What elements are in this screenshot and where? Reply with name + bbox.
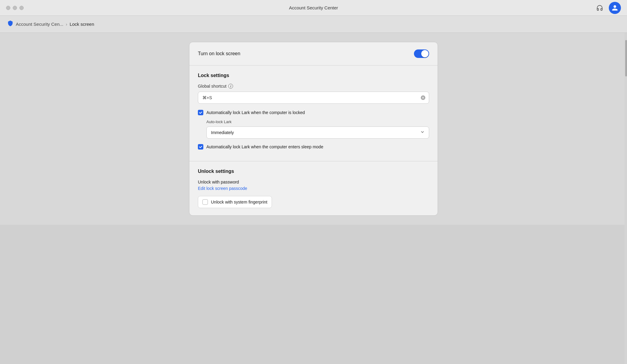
- title-bar: Account Security Center: [0, 0, 627, 16]
- auto-lock-sleep-label: Automatically lock Lark when the compute…: [206, 144, 323, 149]
- shortcut-input-wrap: [198, 92, 429, 104]
- avatar-icon: [612, 5, 618, 11]
- breadcrumb-bar: Account Security Cen... › Lock screen: [0, 16, 627, 33]
- global-shortcut-label: Global shortcut: [198, 84, 226, 89]
- toggle-knob: [421, 50, 429, 57]
- settings-panel: Turn on lock screen Lock settings Global…: [189, 42, 438, 216]
- global-shortcut-label-row: Global shortcut i: [198, 84, 429, 89]
- checkmark-sleep-icon: [199, 145, 202, 149]
- autolock-dropdown[interactable]: Immediately 1 minute 5 minutes 10 minute…: [206, 126, 429, 139]
- lock-settings-title: Lock settings: [198, 73, 429, 78]
- edit-passcode-link[interactable]: Edit lock screen passcode: [198, 186, 247, 191]
- fingerprint-checkbox[interactable]: [202, 199, 208, 205]
- breadcrumb-separator: ›: [66, 22, 67, 27]
- auto-lock-computer-checkbox[interactable]: [198, 110, 203, 115]
- avatar-button[interactable]: [609, 2, 621, 14]
- unlock-settings-section: Unlock settings Unlock with password Edi…: [189, 161, 438, 215]
- auto-lock-sleep-row: Automatically lock Lark when the compute…: [198, 144, 429, 150]
- fingerprint-row: Unlock with system fingerprint: [198, 196, 272, 208]
- clear-shortcut-button[interactable]: [420, 95, 426, 101]
- checkmark-icon: [199, 111, 202, 114]
- main-content: Turn on lock screen Lock settings Global…: [0, 33, 627, 225]
- lock-screen-label: Turn on lock screen: [198, 51, 240, 56]
- header-actions: [594, 2, 621, 14]
- lock-settings-section: Lock settings Global shortcut i: [189, 66, 438, 161]
- unlock-password-label: Unlock with password: [198, 180, 429, 184]
- support-button[interactable]: [594, 2, 605, 13]
- close-button[interactable]: [6, 6, 10, 10]
- lock-screen-toggle[interactable]: [414, 49, 429, 58]
- headset-icon: [596, 5, 603, 11]
- minimize-button[interactable]: [13, 6, 17, 10]
- security-shield-icon: [7, 20, 13, 26]
- unlock-settings-title: Unlock settings: [198, 169, 429, 174]
- shield-icon: [7, 20, 13, 28]
- breadcrumb-current: Lock screen: [69, 22, 94, 27]
- clear-icon: [420, 95, 426, 100]
- shortcut-input[interactable]: [198, 92, 429, 104]
- traffic-lights: [6, 6, 24, 10]
- scrollbar-thumb[interactable]: [625, 40, 627, 76]
- unlock-password-group: Unlock with password Edit lock screen pa…: [198, 180, 429, 191]
- auto-lock-sleep-checkbox[interactable]: [198, 144, 203, 150]
- lock-screen-toggle-section: Turn on lock screen: [189, 42, 438, 66]
- fingerprint-label: Unlock with system fingerprint: [211, 200, 267, 204]
- autolock-section: Auto-lock Lark Immediately 1 minute 5 mi…: [206, 120, 429, 139]
- autolock-label: Auto-lock Lark: [206, 120, 429, 124]
- scrollbar-track[interactable]: [625, 33, 627, 364]
- auto-lock-computer-label: Automatically lock Lark when the compute…: [206, 110, 305, 115]
- info-icon[interactable]: i: [228, 84, 233, 89]
- autolock-dropdown-wrap: Immediately 1 minute 5 minutes 10 minute…: [206, 126, 429, 139]
- auto-lock-computer-row: Automatically lock Lark when the compute…: [198, 110, 429, 115]
- breadcrumb-parent[interactable]: Account Security Cen...: [16, 22, 63, 27]
- window-title: Account Security Center: [289, 5, 338, 10]
- maximize-button[interactable]: [19, 6, 24, 10]
